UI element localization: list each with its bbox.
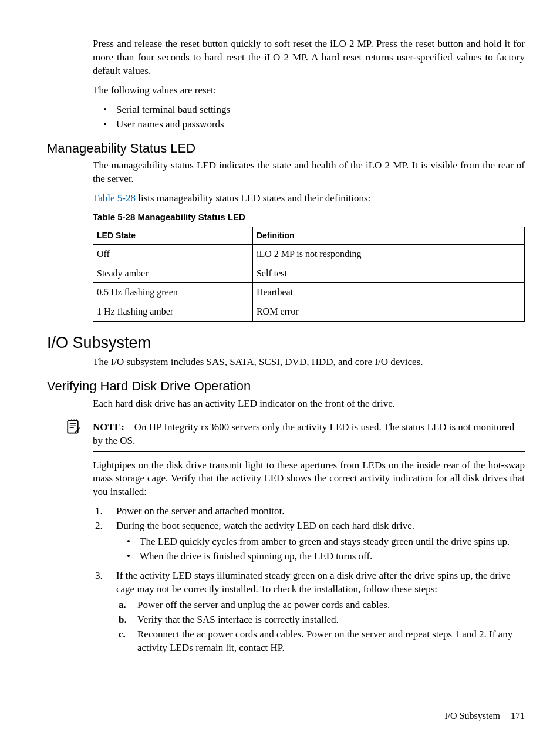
note-text: On HP Integrity rx3600 servers only the … xyxy=(93,421,514,446)
list-item: Power off the server and unplug the ac p… xyxy=(116,599,525,612)
cell-state: 1 Hz flashing amber xyxy=(93,302,253,322)
table-header-definition: Definition xyxy=(252,227,524,245)
cell-def: ROM error xyxy=(252,302,524,322)
table-caption: Table 5-28 Manageability Status LED xyxy=(93,211,525,223)
sub-bullet-list: The LED quickly cycles from amber to gre… xyxy=(116,535,525,563)
paragraph: Press and release the reset button quick… xyxy=(93,38,525,78)
heading-manageability-status-led: Manageability Status LED xyxy=(47,140,525,157)
list-item: User names and passwords xyxy=(93,118,525,131)
list-item: When the drive is finished spinning up, … xyxy=(116,550,525,563)
paragraph: The I/O subsystem includes SAS, SATA, SC… xyxy=(93,356,525,369)
table-row: Steady amber Self test xyxy=(93,264,525,283)
list-item: The LED quickly cycles from amber to gre… xyxy=(116,535,525,549)
cell-def: iLO 2 MP is not responding xyxy=(252,245,524,264)
note-icon xyxy=(65,418,81,435)
note-block: NOTE: On HP Integrity rx3600 servers onl… xyxy=(93,417,525,452)
paragraph: Each hard disk drive has an activity LED… xyxy=(93,397,525,411)
cell-def: Self test xyxy=(252,264,524,283)
text: If the activity LED stays illuminated st… xyxy=(116,570,511,595)
footer-section: I/O Subsystem xyxy=(444,711,500,721)
note-text xyxy=(127,421,134,433)
cell-state: Steady amber xyxy=(93,264,253,283)
procedure-list: Power on the server and attached monitor… xyxy=(93,505,525,654)
text: lists manageability status LED states an… xyxy=(136,193,370,204)
heading-verifying-hdd-operation: Verifying Hard Disk Drive Operation xyxy=(47,377,525,395)
reset-values-list: Serial terminal baud settings User names… xyxy=(93,103,525,131)
list-item: Reconnect the ac power cords and cables.… xyxy=(116,628,525,655)
list-item: During the boot sequence, watch the acti… xyxy=(93,519,525,563)
paragraph: Lightpipes on the disk drive transmit li… xyxy=(93,459,525,499)
paragraph: The manageability status LED indicates t… xyxy=(93,159,525,186)
paragraph: Table 5-28 lists manageability status LE… xyxy=(93,192,525,205)
cell-def: Heartbeat xyxy=(252,283,524,302)
heading-io-subsystem: I/O Subsystem xyxy=(47,332,525,353)
paragraph: The following values are reset: xyxy=(93,84,525,97)
footer-page-number: 171 xyxy=(511,711,525,721)
cell-state: Off xyxy=(93,245,253,264)
table-row: 0.5 Hz flashing green Heartbeat xyxy=(93,283,525,302)
table-header-led-state: LED State xyxy=(93,227,253,245)
list-item: Serial terminal baud settings xyxy=(93,103,525,117)
table-manageability-status-led: LED State Definition Off iLO 2 MP is not… xyxy=(93,227,525,321)
page-content: Press and release the reset button quick… xyxy=(0,0,560,746)
cell-state: 0.5 Hz flashing green xyxy=(93,283,253,302)
table-row: 1 Hz flashing amber ROM error xyxy=(93,302,525,322)
list-item: Power on the server and attached monitor… xyxy=(93,505,525,518)
text: During the boot sequence, watch the acti… xyxy=(116,520,414,531)
xref-table-5-28[interactable]: Table 5-28 xyxy=(93,193,136,204)
list-item: Verify that the SAS interface is correct… xyxy=(116,613,525,627)
list-item: If the activity LED stays illuminated st… xyxy=(93,569,525,655)
page-footer: I/O Subsystem 171 xyxy=(444,710,525,723)
note-label: NOTE: xyxy=(93,421,124,433)
sub-step-list: Power off the server and unplug the ac p… xyxy=(116,599,525,655)
table-row: Off iLO 2 MP is not responding xyxy=(93,245,525,264)
